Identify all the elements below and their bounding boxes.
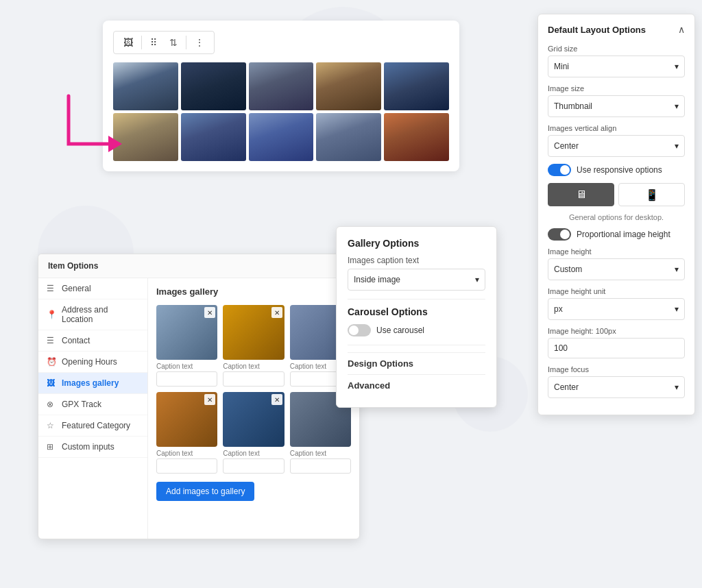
- image-close-btn-1[interactable]: ✕: [204, 307, 215, 318]
- caption-label-4: Caption text: [156, 450, 217, 457]
- image-close-btn-5[interactable]: ✕: [271, 394, 282, 405]
- proportional-toggle-row: Proportional image height: [548, 228, 685, 241]
- proportional-toggle[interactable]: [548, 228, 571, 241]
- preview-thumb-7: [181, 113, 246, 161]
- sidebar-item-featured[interactable]: ☆ Featured Category: [38, 415, 147, 437]
- image-close-btn-4[interactable]: ✕: [204, 394, 215, 405]
- hours-icon: ⏰: [47, 357, 56, 367]
- custom-icon: ⊞: [47, 442, 56, 452]
- sidebar-item-address[interactable]: 📍 Address and Location: [38, 299, 147, 330]
- image-focus-value: Center: [554, 382, 579, 392]
- right-panel: Default Layout Options ∧ Grid size Mini …: [537, 14, 695, 415]
- caption-input-2[interactable]: [223, 371, 284, 387]
- right-panel-header: Default Layout Options ∧: [548, 24, 685, 35]
- gallery-options-divider-2: [348, 345, 485, 345]
- sidebar-item-featured-label: Featured Category: [62, 421, 130, 430]
- preview-thumb-10: [384, 113, 449, 161]
- image-height-unit-select[interactable]: px ▾: [548, 298, 685, 320]
- preview-thumb-9: [316, 113, 381, 161]
- image-height-px-label: Image height: 100px: [548, 327, 685, 335]
- image-thumb-1: ✕: [156, 305, 217, 360]
- collapse-icon[interactable]: ∧: [678, 24, 685, 35]
- vertical-align-value: Center: [554, 141, 579, 151]
- sidebar-item-contact-label: Contact: [62, 336, 90, 345]
- image-focus-label: Image focus: [548, 365, 685, 373]
- caption-label-2: Caption text: [223, 363, 284, 370]
- image-edit-grid: ✕ Caption text ✕ Caption text: [156, 305, 351, 474]
- image-height-unit-label: Image height unit: [548, 287, 685, 295]
- caption-label-5: Caption text: [223, 450, 284, 457]
- image-size-select[interactable]: Thumbnail ▾: [548, 95, 685, 117]
- caption-input-4[interactable]: [156, 458, 217, 474]
- image-height-unit-group: Image height unit px ▾: [548, 287, 685, 320]
- sidebar-item-general-label: General: [62, 284, 91, 293]
- gallery-options-title: Gallery Options: [348, 238, 485, 249]
- caption-input-6[interactable]: [290, 458, 351, 474]
- arrow-decoration: [55, 89, 130, 174]
- item-options-panel: Item Options ☰ General 📍 Address and Loc…: [38, 254, 360, 539]
- images-caption-label: Images caption text: [348, 256, 485, 265]
- vertical-align-label: Images vertical align: [548, 124, 685, 132]
- contact-icon: ☰: [47, 336, 56, 345]
- sidebar-item-gallery-label: Images gallery: [62, 378, 119, 388]
- grid-size-select[interactable]: Mini ▾: [548, 56, 685, 77]
- image-height-unit-chevron: ▾: [675, 304, 679, 314]
- sidebar-item-gpx[interactable]: ⊗ GPX Track: [38, 394, 147, 415]
- image-focus-group: Image focus Center ▾: [548, 365, 685, 398]
- gallery-preview: 🖼 ⠿ ⇅ ⋮: [103, 21, 459, 171]
- carousel-options-title: Carousel Options: [348, 306, 485, 317]
- image-height-group: Image height Custom ▾: [548, 247, 685, 280]
- images-caption-chevron: ▾: [475, 275, 479, 284]
- content-area-title: Images gallery: [156, 286, 351, 297]
- design-options-section[interactable]: Design Options: [348, 352, 485, 374]
- gallery-icon-btn[interactable]: 🖼: [119, 34, 137, 51]
- arrows-icon-btn[interactable]: ⇅: [165, 34, 182, 51]
- sidebar-item-hours[interactable]: ⏰ Opening Hours: [38, 352, 147, 373]
- responsive-toggle[interactable]: [548, 164, 571, 176]
- sidebar-item-contact[interactable]: ☰ Contact: [38, 330, 147, 352]
- general-options-text: General options for desktop.: [548, 213, 685, 221]
- mobile-tab-icon: 📱: [645, 188, 659, 201]
- responsive-label: Use responsive options: [577, 165, 662, 175]
- gallery-content-area: Images gallery ✕ Caption text ✕: [148, 278, 359, 509]
- image-thumb-4: ✕: [156, 392, 217, 447]
- vertical-align-group: Images vertical align Center ▾: [548, 124, 685, 157]
- image-height-unit-value: px: [554, 304, 563, 314]
- item-options-header: Item Options: [38, 254, 359, 278]
- vertical-align-chevron: ▾: [675, 141, 679, 151]
- caption-input-1[interactable]: [156, 371, 217, 387]
- mobile-tab[interactable]: 📱: [618, 183, 685, 206]
- more-icon-btn[interactable]: ⋮: [191, 34, 208, 51]
- move-icon-btn[interactable]: ⠿: [146, 34, 161, 51]
- image-height-px-group: Image height: 100px: [548, 327, 685, 358]
- add-images-button[interactable]: Add images to gallery: [156, 482, 254, 501]
- image-focus-select[interactable]: Center ▾: [548, 376, 685, 398]
- image-height-label: Image height: [548, 247, 685, 256]
- preview-thumb-3: [249, 62, 314, 110]
- desktop-tab[interactable]: 🖥: [548, 183, 614, 206]
- sidebar-item-hours-label: Opening Hours: [62, 357, 117, 367]
- image-thumb-5: ✕: [223, 392, 284, 447]
- advanced-section[interactable]: Advanced: [348, 374, 485, 396]
- preview-thumb-4: [316, 62, 381, 110]
- sidebar-item-custom[interactable]: ⊞ Custom inputs: [38, 437, 147, 458]
- image-item-1: ✕ Caption text: [156, 305, 217, 387]
- toolbar-divider-1: [141, 36, 142, 49]
- grid-size-group: Grid size Mini ▾: [548, 45, 685, 77]
- image-height-select[interactable]: Custom ▾: [548, 258, 685, 280]
- preview-gallery-grid: [113, 62, 449, 161]
- images-caption-select[interactable]: Inside image ▾: [348, 269, 485, 291]
- carousel-toggle[interactable]: [348, 324, 371, 336]
- sidebar-item-images-gallery[interactable]: 🖼 Images gallery: [38, 373, 147, 394]
- sidebar-item-general[interactable]: ☰ General: [38, 278, 147, 299]
- image-height-px-input[interactable]: [548, 338, 685, 358]
- toolbar-divider-2: [186, 36, 186, 49]
- image-item-4: ✕ Caption text: [156, 392, 217, 474]
- desktop-tab-icon: 🖥: [576, 188, 587, 201]
- caption-input-5[interactable]: [223, 458, 284, 474]
- image-close-btn-2[interactable]: ✕: [271, 307, 282, 318]
- sidebar-item-gpx-label: GPX Track: [62, 400, 101, 409]
- svg-marker-0: [108, 136, 122, 152]
- vertical-align-select[interactable]: Center ▾: [548, 135, 685, 157]
- image-size-value: Thumbnail: [554, 101, 592, 111]
